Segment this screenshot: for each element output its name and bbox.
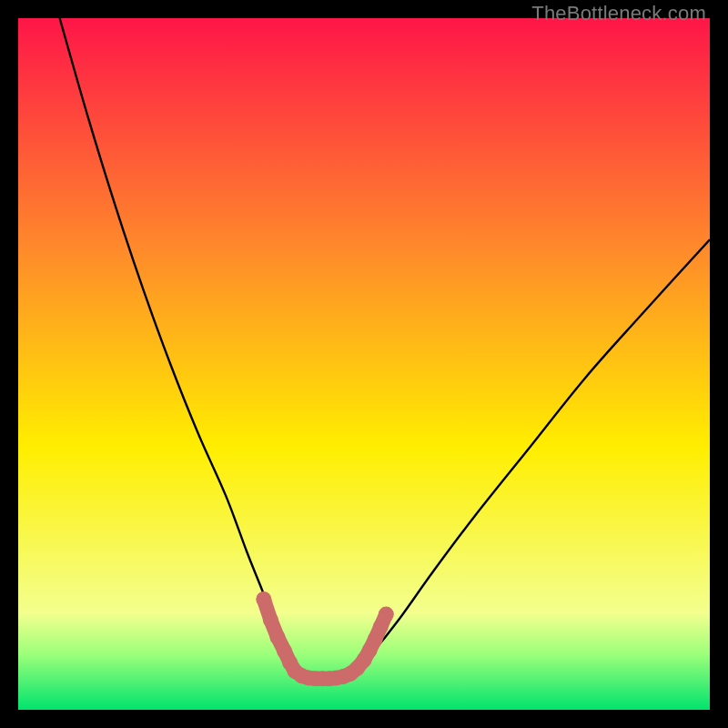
svg-point-0 [256, 592, 271, 607]
gradient-background [18, 18, 710, 710]
svg-point-19 [379, 607, 394, 622]
svg-point-1 [263, 612, 278, 628]
watermark-text: TheBottleneck.com [531, 2, 706, 25]
bottleneck-chart [18, 18, 710, 710]
chart-frame [18, 18, 710, 710]
svg-point-2 [270, 630, 286, 645]
